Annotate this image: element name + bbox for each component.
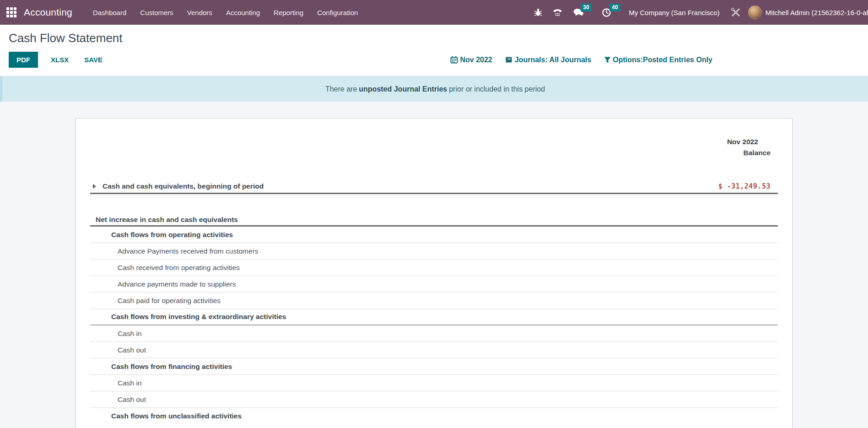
table-row: Advance payments made to suppliers — [90, 276, 778, 293]
table-row: Cash in — [90, 375, 778, 391]
activities-clock-icon[interactable]: 40 — [602, 8, 611, 17]
table-row-investing-activities: Cash flows from investing & extraordinar… — [90, 309, 778, 325]
xlsx-button[interactable]: XLSX — [44, 52, 75, 68]
row-label: Cash received from operating activities — [118, 264, 240, 272]
user-avatar[interactable] — [748, 5, 762, 19]
developer-tools-icon[interactable] — [731, 7, 741, 17]
nav-item-vendors[interactable]: Vendors — [180, 0, 219, 25]
row-label: Cash flows from unclassified activities — [111, 412, 242, 420]
table-row: Cash paid for operating activities — [90, 293, 778, 309]
nav-item-reporting[interactable]: Reporting — [267, 0, 310, 25]
table-row: Advance Payments received from customers — [90, 243, 778, 260]
row-label: Cash paid for operating activities — [118, 297, 221, 305]
save-button[interactable]: SAVE — [78, 52, 109, 68]
top-navbar: Accounting Dashboard Customers Vendors A… — [0, 0, 868, 25]
nav-item-customers[interactable]: Customers — [133, 0, 180, 25]
journal-book-icon — [505, 56, 513, 64]
row-label: Cash out — [118, 395, 146, 404]
debug-bug-icon[interactable] — [534, 8, 542, 17]
pdf-button[interactable]: PDF — [9, 52, 38, 68]
company-switcher[interactable]: My Company (San Francisco) — [629, 9, 719, 16]
row-label: Cash flows from investing & extraordinar… — [111, 313, 286, 321]
table-row-financing-activities: Cash flows from financing activities — [90, 358, 778, 375]
nav-menu: Dashboard Customers Vendors Accounting R… — [86, 0, 365, 25]
report-filters: Nov 2022 Journals: All Journals Options:… — [437, 56, 712, 64]
filter-funnel-icon — [604, 56, 611, 64]
nav-item-dashboard[interactable]: Dashboard — [86, 0, 133, 25]
unposted-entries-alert: There are unposted Journal Entries prior… — [0, 76, 868, 102]
row-label: Cash out — [118, 346, 146, 354]
voip-phone-icon[interactable] — [552, 8, 563, 17]
table-row: Cash out — [90, 391, 778, 408]
expand-caret-icon[interactable] — [93, 184, 96, 189]
journals-filter-label: Journals: All Journals — [515, 56, 591, 64]
alert-text-prefix: There are — [325, 85, 357, 93]
period-filter-label: Nov 2022 — [460, 56, 492, 64]
table-row-beginning-balance[interactable]: Cash and cash equivalents, beginning of … — [90, 180, 778, 194]
row-label: Advance Payments received from customers — [118, 247, 259, 255]
calendar-icon — [450, 56, 458, 64]
apps-grid-icon[interactable] — [5, 6, 17, 18]
app-brand[interactable]: Accounting — [24, 7, 72, 18]
table-row-operating-activities: Cash flows from operating activities — [90, 227, 778, 243]
row-label: Cash and cash equivalents, beginning of … — [102, 182, 264, 190]
row-label: Cash in — [118, 379, 142, 387]
main-area: Nov 2022 Balance Cash and cash equivalen… — [0, 102, 868, 428]
column-header-balance: Balance — [90, 147, 778, 158]
row-balance-value: $ -31,249.53 — [718, 182, 778, 190]
row-label: Net increase in cash and cash equivalent… — [96, 216, 238, 224]
journals-filter[interactable]: Journals: All Journals — [505, 56, 591, 64]
action-row: PDF XLSX SAVE Nov 2022 — [9, 52, 868, 68]
table-header: Nov 2022 Balance — [90, 137, 778, 158]
page-title: Cash Flow Statement — [9, 31, 868, 45]
table-row-unclassified-activities: Cash flows from unclassified activities — [90, 408, 778, 424]
messages-icon[interactable]: 30 — [573, 8, 584, 17]
alert-unposted-link[interactable]: unposted Journal Entries — [359, 85, 447, 93]
row-label: Cash flows from financing activities — [111, 363, 232, 371]
row-label: Cash in — [118, 330, 142, 338]
report-rows: Cash and cash equivalents, beginning of … — [90, 180, 778, 424]
spacer — [90, 194, 778, 214]
row-label: Cash flows from operating activities — [111, 231, 233, 239]
nav-item-accounting[interactable]: Accounting — [219, 0, 267, 25]
row-label: Advance payments made to suppliers — [118, 280, 236, 288]
activities-count-badge[interactable]: 40 — [609, 4, 620, 11]
table-row: Cash in — [90, 325, 778, 342]
messages-count-badge[interactable]: 30 — [581, 4, 591, 11]
content-header: Cash Flow Statement PDF XLSX SAVE — [0, 25, 868, 76]
period-filter[interactable]: Nov 2022 — [450, 56, 492, 64]
navbar-right: 30 40 My Company (San Francisco) Mitchel… — [529, 0, 868, 25]
table-row: Cash received from operating activities — [90, 260, 778, 276]
page: Accounting Dashboard Customers Vendors A… — [0, 0, 868, 428]
user-menu[interactable]: Mitchell Admin (21562362-16-0-al — [766, 9, 868, 16]
alert-text-suffix: prior or included in this period — [449, 85, 545, 93]
table-row: Cash out — [90, 342, 778, 358]
options-filter-label: Options:Posted Entries Only — [613, 56, 712, 64]
nav-item-configuration[interactable]: Configuration — [310, 0, 365, 25]
options-filter[interactable]: Options:Posted Entries Only — [604, 56, 712, 64]
report-card: Nov 2022 Balance Cash and cash equivalen… — [75, 118, 793, 428]
column-header-period: Nov 2022 — [90, 137, 778, 147]
table-row-net-increase: Net increase in cash and cash equivalent… — [90, 214, 778, 227]
